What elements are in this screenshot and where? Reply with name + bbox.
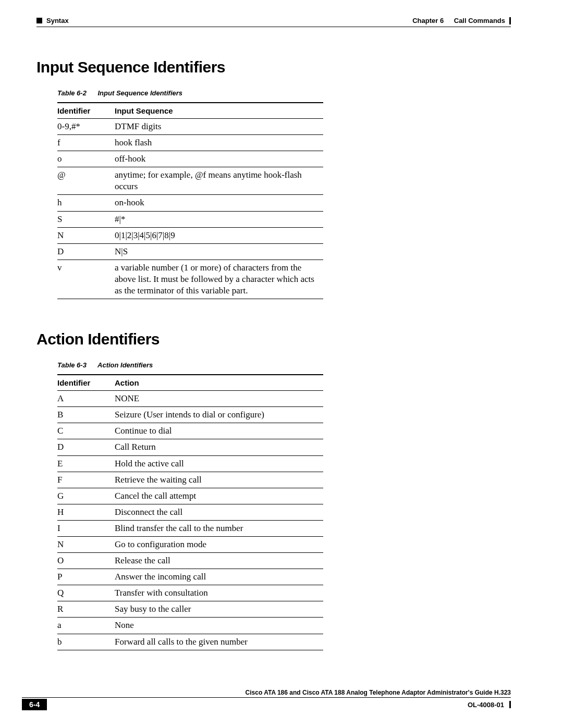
table-row: ANONE bbox=[57, 391, 323, 407]
cell-identifier: I bbox=[57, 520, 115, 536]
cell-value: DTMF digits bbox=[115, 119, 323, 135]
cell-value: Seizure (User intends to dial or configu… bbox=[115, 407, 323, 423]
table-row: HDisconnect the call bbox=[57, 504, 323, 520]
table-row: CContinue to dial bbox=[57, 423, 323, 439]
table-row: hon-hook bbox=[57, 195, 323, 211]
cell-value: hook flash bbox=[115, 135, 323, 151]
page-number: 6-4 bbox=[22, 699, 47, 710]
table-caption-label: Table 6-3 bbox=[57, 361, 87, 369]
cell-value: a variable number (1 or more) of charact… bbox=[115, 260, 323, 299]
table-row: va variable number (1 or more) of charac… bbox=[57, 260, 323, 299]
cell-value: Continue to dial bbox=[115, 423, 323, 439]
table-header-identifier: Identifier bbox=[57, 375, 115, 391]
table-row: IBlind transfer the call to the number bbox=[57, 520, 323, 536]
table-header-action: Action bbox=[115, 375, 323, 391]
cell-value: Release the call bbox=[115, 553, 323, 569]
cell-value: Disconnect the call bbox=[115, 504, 323, 520]
cell-identifier: R bbox=[57, 601, 115, 618]
cell-identifier: S bbox=[57, 211, 115, 227]
cell-identifier: P bbox=[57, 569, 115, 585]
table-row: N0|1|2|3|4|5|6|7|8|9 bbox=[57, 227, 323, 243]
table-row: BSeizure (User intends to dial or config… bbox=[57, 407, 323, 423]
header-chapter-title: Call Commands bbox=[454, 17, 505, 24]
table-row: fhook flash bbox=[57, 135, 323, 151]
table-input-sequence: Identifier Input Sequence 0-9,#*DTMF dig… bbox=[57, 102, 323, 299]
table-row: QTransfer with consultation bbox=[57, 585, 323, 601]
table-row: NGo to configuration mode bbox=[57, 536, 323, 552]
header-bar-icon bbox=[509, 17, 511, 24]
table-row: DN|S bbox=[57, 243, 323, 260]
table-caption-6-2: Table 6-2 Input Sequence Identifiers bbox=[57, 89, 511, 97]
table-row: EHold the active call bbox=[57, 455, 323, 472]
cell-identifier: f bbox=[57, 135, 115, 151]
header-rule bbox=[36, 27, 511, 27]
cell-value: Hold the active call bbox=[115, 455, 323, 472]
section-title-input-sequence: Input Sequence Identifiers bbox=[36, 58, 511, 76]
table-row: @anytime; for example, @f means anytime … bbox=[57, 167, 323, 195]
cell-identifier: h bbox=[57, 195, 115, 211]
cell-identifier: O bbox=[57, 553, 115, 569]
cell-value: 0|1|2|3|4|5|6|7|8|9 bbox=[115, 227, 323, 243]
footer-bar-icon bbox=[509, 701, 511, 708]
table-row: ORelease the call bbox=[57, 553, 323, 569]
table-row: bForward all calls to the given number bbox=[57, 634, 323, 650]
table-caption-6-3: Table 6-3 Action Identifiers bbox=[57, 361, 511, 369]
cell-value: #|* bbox=[115, 211, 323, 227]
page-footer: Cisco ATA 186 and Cisco ATA 188 Analog T… bbox=[22, 689, 511, 710]
cell-value: Say busy to the caller bbox=[115, 601, 323, 618]
cell-identifier: F bbox=[57, 472, 115, 488]
table-caption-label: Table 6-2 bbox=[57, 89, 87, 97]
table-row: FRetrieve the waiting call bbox=[57, 472, 323, 488]
cell-value: Answer the incoming call bbox=[115, 569, 323, 585]
cell-identifier: D bbox=[57, 243, 115, 260]
cell-identifier: N bbox=[57, 227, 115, 243]
table-caption-title: Input Sequence Identifiers bbox=[98, 89, 183, 97]
cell-identifier: N bbox=[57, 536, 115, 552]
cell-value: on-hook bbox=[115, 195, 323, 211]
cell-identifier: v bbox=[57, 260, 115, 299]
footer-doc-id: OL-4008-01 bbox=[468, 701, 504, 709]
cell-identifier: E bbox=[57, 455, 115, 472]
cell-identifier: o bbox=[57, 151, 115, 167]
header-left-label: Syntax bbox=[46, 17, 69, 24]
table-row: PAnswer the incoming call bbox=[57, 569, 323, 585]
cell-identifier: A bbox=[57, 391, 115, 407]
cell-identifier: Q bbox=[57, 585, 115, 601]
table-row: ooff-hook bbox=[57, 151, 323, 167]
cell-value: NONE bbox=[115, 391, 323, 407]
cell-value: Transfer with consultation bbox=[115, 585, 323, 601]
cell-value: Retrieve the waiting call bbox=[115, 472, 323, 488]
cell-value: Forward all calls to the given number bbox=[115, 634, 323, 650]
footer-rule bbox=[22, 697, 511, 698]
cell-identifier: G bbox=[57, 488, 115, 504]
cell-identifier: 0-9,#* bbox=[57, 119, 115, 135]
cell-value: Go to configuration mode bbox=[115, 536, 323, 552]
table-row: GCancel the call attempt bbox=[57, 488, 323, 504]
table-header-identifier: Identifier bbox=[57, 103, 115, 119]
table-row: RSay busy to the caller bbox=[57, 601, 323, 618]
footer-book-title: Cisco ATA 186 and Cisco ATA 188 Analog T… bbox=[22, 689, 511, 696]
page-header: Syntax Chapter 6 Call Commands bbox=[36, 17, 511, 26]
cell-value: anytime; for example, @f means anytime h… bbox=[115, 167, 323, 195]
table-caption-title: Action Identifiers bbox=[97, 361, 153, 369]
table-header-input-sequence: Input Sequence bbox=[115, 103, 323, 119]
cell-identifier: a bbox=[57, 618, 115, 634]
cell-value: Call Return bbox=[115, 439, 323, 455]
cell-identifier: @ bbox=[57, 167, 115, 195]
cell-identifier: C bbox=[57, 423, 115, 439]
section-title-action-identifiers: Action Identifiers bbox=[36, 330, 511, 348]
cell-value: Cancel the call attempt bbox=[115, 488, 323, 504]
cell-value: off-hook bbox=[115, 151, 323, 167]
table-row: aNone bbox=[57, 618, 323, 634]
cell-identifier: H bbox=[57, 504, 115, 520]
cell-identifier: B bbox=[57, 407, 115, 423]
table-row: S#|* bbox=[57, 211, 323, 227]
table-row: DCall Return bbox=[57, 439, 323, 455]
header-square-icon bbox=[36, 18, 42, 23]
header-chapter-number: Chapter 6 bbox=[412, 17, 444, 24]
cell-value: N|S bbox=[115, 243, 323, 260]
table-row: 0-9,#*DTMF digits bbox=[57, 119, 323, 135]
cell-value: None bbox=[115, 618, 323, 634]
cell-value: Blind transfer the call to the number bbox=[115, 520, 323, 536]
cell-identifier: b bbox=[57, 634, 115, 650]
